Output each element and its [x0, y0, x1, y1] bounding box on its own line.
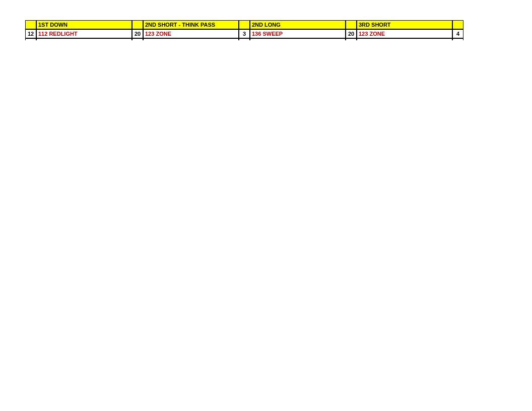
- col4-play: 224 ZONE: [357, 38, 452, 40]
- col1-play: 112 REDLIGHT: [36, 29, 132, 38]
- hdr-blank: [132, 20, 143, 29]
- hdr-2nd-short: 2ND SHORT - THINK PASS: [143, 20, 239, 29]
- hdr-2nd-long: 2ND LONG: [250, 20, 346, 29]
- col1-play: 113 ZONE: [36, 38, 132, 40]
- col5-num: 4: [452, 29, 463, 38]
- col4-num: 30: [346, 38, 357, 40]
- hdr-1st-down: 1ST DOWN: [36, 20, 132, 29]
- col5-num: 6: [452, 38, 463, 40]
- col4-num: 20: [346, 29, 357, 38]
- col2-num: 20: [132, 29, 143, 38]
- hdr-blank: [239, 20, 250, 29]
- col2-play: 123 ZONE: [143, 29, 239, 38]
- hdr-blank: [25, 20, 36, 29]
- hdr-3rd-short: 3RD SHORT: [357, 20, 452, 29]
- col4-play: 123 ZONE: [357, 29, 452, 38]
- col3-num: 4: [239, 38, 250, 40]
- col3-num: 3: [239, 29, 250, 38]
- col3-play: 136 SWEEP: [250, 29, 346, 38]
- col1-num: 19: [25, 38, 36, 40]
- hdr-blank: [452, 20, 463, 29]
- col3-play: 136 SWEEP KEEP: [250, 38, 346, 40]
- col2-play: 134 REDLIGHT: [143, 38, 239, 40]
- col2-num: 13: [132, 38, 143, 40]
- hdr-blank: [346, 20, 357, 29]
- col1-num: 12: [25, 29, 36, 38]
